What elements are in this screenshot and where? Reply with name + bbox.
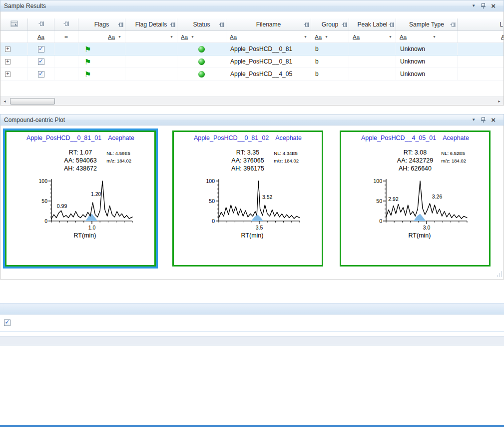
row-flags-cell: ⚑ bbox=[78, 56, 125, 68]
grid-empty-area bbox=[0, 80, 504, 96]
pin-icon[interactable] bbox=[170, 22, 175, 28]
svg-text:3.52: 3.52 bbox=[262, 194, 273, 200]
header-sample-type[interactable]: Sample Type bbox=[396, 18, 458, 30]
row-expand-cell: + bbox=[0, 56, 28, 68]
filter-cell-clipped[interactable]: Aa bbox=[458, 31, 504, 42]
pin-icon[interactable] bbox=[342, 22, 347, 28]
row-flags-cell: ⚑ bbox=[78, 43, 125, 55]
header-flag-details[interactable]: Flag Details bbox=[125, 18, 177, 30]
pin-icon[interactable] bbox=[481, 3, 486, 9]
row-clipped-cell bbox=[458, 68, 504, 80]
grip-dots-icon bbox=[501, 272, 502, 272]
filter-cell-flag-details[interactable]: ▼ bbox=[125, 31, 177, 42]
filter-dropdown-icon[interactable]: ▼ bbox=[118, 35, 121, 38]
header-status[interactable]: Status bbox=[177, 18, 226, 30]
row-check-cell: ✓ bbox=[28, 68, 54, 80]
close-icon[interactable]: × bbox=[491, 2, 496, 10]
close-icon[interactable]: × bbox=[491, 116, 496, 124]
scroll-left-button[interactable]: ◄ bbox=[0, 97, 9, 105]
compound-plot-card[interactable]: Apple_PosHCD__0_81_02Acephate NL: 4.34E5… bbox=[172, 130, 323, 266]
row-check-cell: ✓ bbox=[28, 43, 54, 55]
header-clipped-column[interactable]: L bbox=[458, 18, 504, 30]
lower-row-checkbox[interactable]: ✓ bbox=[4, 320, 10, 326]
nl-value: NL: 4.59E5 bbox=[106, 150, 131, 158]
expand-button[interactable]: + bbox=[5, 59, 10, 64]
row-flag-details-cell bbox=[125, 68, 177, 80]
scrollbar-track[interactable] bbox=[55, 97, 495, 105]
row-flag-details-cell bbox=[125, 43, 177, 55]
lower-table-subheader-bar bbox=[0, 336, 504, 346]
pin-icon[interactable] bbox=[450, 22, 456, 28]
expand-button[interactable]: + bbox=[5, 46, 10, 52]
sample-results-grid: Flags Flag Details Status Filename Group… bbox=[0, 12, 504, 106]
filter-cell-sample-type[interactable]: Aa▼ bbox=[396, 31, 458, 42]
filter-dropdown-icon[interactable]: ▼ bbox=[325, 35, 328, 38]
pin-icon[interactable] bbox=[304, 22, 309, 28]
row-sample-type-cell: Unknown bbox=[396, 56, 458, 68]
filter-cell-flags[interactable]: Aa▼ bbox=[78, 31, 125, 42]
svg-text:50: 50 bbox=[209, 198, 215, 204]
table-row[interactable]: + ✓ ⚑ Apple_PosHCD__0_81 b Unknown bbox=[0, 56, 504, 68]
header-checkbox-column[interactable] bbox=[28, 18, 54, 30]
pin-icon[interactable] bbox=[219, 22, 224, 28]
table-row[interactable]: + ✓ ⚑ Apple_PosHCD__4_05 b Unknown bbox=[0, 68, 504, 80]
compound-plot-card[interactable]: Apple_PosHCD__4_05_01Acephate NL: 6.52E5… bbox=[340, 130, 491, 266]
row-sample-type-cell: Unknown bbox=[396, 68, 458, 80]
row-checkbox[interactable]: ✓ bbox=[38, 46, 44, 52]
filter-cell-group[interactable]: Aa▼ bbox=[311, 31, 349, 42]
filter-cell-status[interactable]: Aa▼ bbox=[177, 31, 226, 42]
pin-icon[interactable] bbox=[481, 117, 486, 123]
plot-compound-name: Acephate bbox=[275, 134, 302, 142]
expand-button[interactable]: + bbox=[5, 72, 10, 77]
pin-icon[interactable] bbox=[389, 22, 394, 28]
horizontal-scrollbar[interactable]: ◄ ► bbox=[0, 96, 504, 105]
lower-table-row[interactable]: ✓ bbox=[0, 314, 504, 332]
green-flag-icon: ⚑ bbox=[84, 70, 91, 78]
compound-plot-card[interactable]: Apple_PosHCD__0_81_01Acephate NL: 4.59E5… bbox=[5, 130, 156, 266]
window-position-dropdown-icon[interactable]: ▼ bbox=[472, 118, 476, 122]
filter-dropdown-icon[interactable]: ▼ bbox=[433, 35, 436, 38]
chromatogram-plot: 0501003.02.923.26 bbox=[341, 177, 489, 232]
scrollbar-thumb[interactable] bbox=[10, 98, 55, 104]
filter-dropdown-icon[interactable]: ▼ bbox=[170, 35, 173, 38]
svg-text:3.5: 3.5 bbox=[256, 224, 263, 230]
row-checkbox[interactable]: ✓ bbox=[38, 71, 44, 78]
resize-grip[interactable] bbox=[496, 272, 502, 278]
status-green-icon bbox=[198, 46, 205, 52]
window-position-dropdown-icon[interactable]: ▼ bbox=[472, 4, 476, 8]
filter-cell-peak-label[interactable]: Aa▼ bbox=[349, 31, 396, 42]
header-flags[interactable]: Flags bbox=[78, 18, 125, 30]
plot-stats: RT: 3.35 AA: 376065 AH: 396175 bbox=[174, 148, 322, 172]
green-flag-icon: ⚑ bbox=[84, 58, 91, 66]
plot-annotations: NL: 4.59E5 m/z: 184.02 bbox=[106, 150, 131, 164]
filter-cell-equals[interactable]: = bbox=[54, 31, 78, 42]
filter-cell-filename[interactable]: Aa▼ bbox=[226, 31, 311, 42]
table-row[interactable]: + ✓ ⚑ Apple_PosHCD__0_81 b Unknown bbox=[0, 43, 504, 56]
pin-icon[interactable] bbox=[118, 22, 123, 28]
ah-value: AH: 626640 bbox=[341, 164, 489, 172]
rt-value: RT: 3.35 bbox=[174, 148, 322, 156]
filter-dropdown-icon[interactable]: ▼ bbox=[304, 35, 307, 38]
scroll-right-button[interactable]: ► bbox=[495, 97, 504, 105]
text-filter-icon: Aa bbox=[181, 34, 188, 40]
grid-top-strip bbox=[0, 12, 504, 18]
header-group[interactable]: Group bbox=[311, 18, 349, 30]
select-all-icon bbox=[10, 20, 18, 28]
header-pin-column[interactable] bbox=[54, 18, 78, 30]
rt-value: RT: 3.08 bbox=[341, 148, 489, 156]
titlebar-buttons: ▼ × bbox=[472, 116, 496, 124]
row-check-cell: ✓ bbox=[28, 56, 54, 68]
header-filename[interactable]: Filename bbox=[226, 18, 311, 30]
filter-dropdown-icon[interactable]: ▼ bbox=[191, 35, 194, 38]
filter-cell-checkbox[interactable]: Aa bbox=[28, 31, 54, 42]
svg-text:3.0: 3.0 bbox=[423, 224, 431, 230]
group-value: b bbox=[315, 58, 319, 65]
header-label: Group bbox=[322, 21, 338, 28]
header-select-all[interactable] bbox=[0, 18, 28, 30]
row-pin-cell bbox=[54, 43, 78, 55]
row-checkbox[interactable]: ✓ bbox=[38, 58, 44, 65]
row-filename-cell: Apple_PosHCD__0_81 bbox=[226, 43, 311, 55]
header-peak-label[interactable]: Peak Label bbox=[349, 18, 396, 30]
svg-text:0.99: 0.99 bbox=[57, 203, 67, 209]
filter-dropdown-icon[interactable]: ▼ bbox=[389, 35, 392, 38]
